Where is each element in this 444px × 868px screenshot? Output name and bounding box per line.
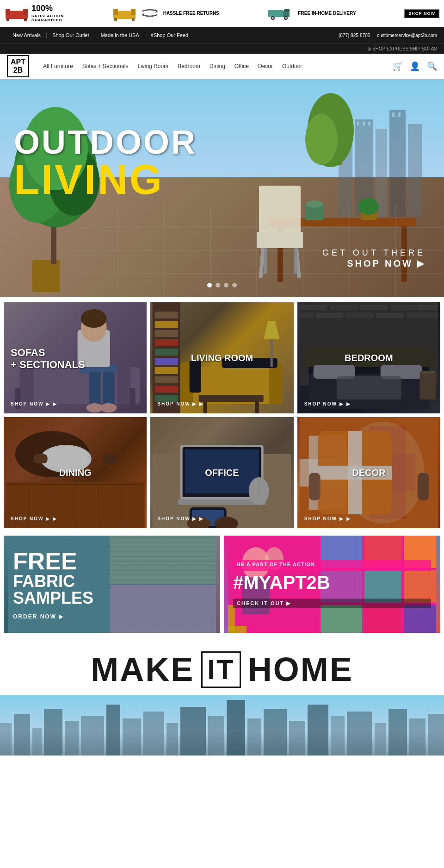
returns-text: HASSLE FREE RETURNS: [163, 11, 219, 16]
logo[interactable]: APT 2B: [7, 55, 29, 77]
sofa-icon: [5, 5, 29, 22]
satisfaction-text: 100% SATISFACTIONGUARANTEED: [31, 4, 64, 23]
hero-banner[interactable]: OUTDOOR LIVING GET OUT THERE SHOP NOW ▶: [0, 79, 444, 297]
svg-rect-26: [368, 122, 370, 125]
cart-icon[interactable]: 🛒: [393, 61, 403, 71]
living-title: LIVING ROOM: [191, 352, 253, 363]
city-footer: [0, 695, 444, 756]
svg-rect-186: [123, 718, 141, 756]
logo-2b: 2B: [11, 66, 25, 75]
nav-made-usa[interactable]: Made in the USA: [95, 32, 145, 38]
nav-dining[interactable]: Dining: [205, 63, 230, 69]
svg-rect-10: [268, 10, 283, 17]
svg-rect-196: [331, 716, 345, 756]
sofas-shop-now[interactable]: SHOP NOW ▶: [11, 401, 57, 406]
hero-dots: [207, 283, 237, 287]
express-ship-label[interactable]: ⊕ SHOP EXPRESS|SHIP SOFAS: [367, 46, 437, 51]
svg-rect-9: [132, 18, 135, 21]
svg-rect-197: [347, 712, 372, 756]
satisfaction-label: SATISFACTIONGUARANTEED: [31, 14, 64, 23]
social-be-part: BE A PART OF THE ACTION: [237, 562, 427, 567]
delivery-label: FREE IN-HOME DELIVERY: [298, 11, 356, 16]
top-nav-links: New Arrivals Shop Our Outlet Made in the…: [7, 32, 194, 38]
shop-now-button[interactable]: SHOP NOW: [404, 9, 439, 18]
svg-rect-192: [247, 718, 261, 756]
category-office[interactable]: OFFICE SHOP NOW ▶: [150, 417, 293, 528]
hero-dot-2[interactable]: [216, 283, 220, 287]
fabric-order-btn[interactable]: ORDER NOW: [13, 613, 211, 620]
bedroom-shop-now[interactable]: SHOP NOW ▶: [304, 401, 351, 406]
nav-new-arrivals[interactable]: New Arrivals: [7, 32, 47, 38]
decor-shop-now[interactable]: SHOP NOW ▶: [304, 516, 351, 521]
svg-point-37: [305, 114, 338, 165]
bedroom-overlay: BEDROOM SHOP NOW ▶: [297, 302, 440, 413]
nav-decor[interactable]: Decor: [253, 63, 278, 69]
svg-rect-180: [14, 714, 30, 756]
dining-shop-now[interactable]: SHOP NOW ▶: [11, 516, 57, 521]
svg-point-16: [285, 17, 287, 19]
main-nav-links: All Furniture Sofas + Sectionals Living …: [38, 63, 393, 69]
promo-bar: 100% SATISFACTIONGUARANTEED HASSLE FREE …: [0, 0, 444, 27]
svg-rect-1: [6, 9, 10, 15]
svg-rect-181: [32, 728, 42, 756]
nav-sofas-sectionals[interactable]: Sofas + Sectionals: [78, 63, 133, 69]
hero-dot-3[interactable]: [224, 283, 228, 287]
main-nav-icons: 🛒 👤 🔍: [393, 61, 437, 71]
hero-content: OUTDOOR LIVING: [14, 125, 197, 200]
nav-bedroom[interactable]: Bedroom: [173, 63, 205, 69]
account-icon[interactable]: 👤: [410, 61, 420, 71]
social-banner[interactable]: BE A PART OF THE ACTION #MYAPT2B CHECK I…: [224, 536, 440, 633]
svg-rect-187: [143, 712, 164, 756]
svg-rect-4: [24, 18, 27, 21]
svg-point-14: [272, 17, 274, 19]
dining-overlay: DINING SHOP NOW ▶: [4, 417, 147, 528]
nav-outdoor[interactable]: Outdoor: [278, 63, 307, 69]
social-content: BE A PART OF THE ACTION #MYAPT2B CHECK I…: [224, 536, 440, 633]
home-word: HOME: [248, 650, 353, 688]
svg-rect-188: [166, 723, 178, 756]
hero-shop-now[interactable]: SHOP NOW ▶: [322, 258, 426, 269]
satisfaction-percent: 100%: [31, 4, 64, 14]
dining-title: DINING: [59, 467, 92, 478]
fabric-content: FREE FABRIC SAMPLES ORDER NOW: [4, 536, 220, 633]
category-sofas[interactable]: SOFAS+ SECTIONALS SHOP NOW ▶: [4, 302, 147, 413]
svg-rect-2: [23, 9, 28, 15]
truck-icon: [267, 5, 295, 22]
express-nav: ⊕ SHOP EXPRESS|SHIP SOFAS: [0, 44, 444, 54]
sofas-title: SOFAS+ SECTIONALS: [11, 347, 85, 371]
make-it-home-section: MAKE IT HOME: [0, 637, 444, 695]
living-overlay: LIVING ROOM SHOP NOW ▶: [150, 302, 293, 413]
email-address[interactable]: customerservice@apt2b.com: [377, 33, 437, 38]
svg-rect-29: [32, 260, 60, 292]
hero-cta[interactable]: GET OUT THERE SHOP NOW ▶: [322, 248, 426, 269]
fabric-free: FREE: [13, 549, 211, 573]
svg-rect-25: [363, 122, 365, 125]
fabric-label: FABRIC: [13, 573, 211, 590]
search-icon[interactable]: 🔍: [427, 61, 437, 71]
category-bedroom[interactable]: BEDROOM SHOP NOW ▶: [297, 302, 440, 413]
phone-number[interactable]: (877) 825-8705: [339, 33, 370, 38]
top-nav-contact: (877) 825-8705 customerservice@apt2b.com: [339, 33, 437, 38]
svg-rect-8: [114, 18, 117, 21]
fabric-samples-banner[interactable]: FREE FABRIC SAMPLES ORDER NOW: [4, 536, 220, 633]
hero-dot-4[interactable]: [232, 283, 237, 287]
svg-marker-12: [283, 9, 290, 12]
fabric-samples: SAMPLES: [13, 590, 211, 606]
svg-rect-191: [227, 700, 245, 756]
category-living[interactable]: LIVING ROOM SHOP NOW ▶: [150, 302, 293, 413]
category-dining[interactable]: DINING SHOP NOW ▶: [4, 417, 147, 528]
category-decor[interactable]: DECOR SHOP NOW ▶: [297, 417, 440, 528]
svg-rect-182: [44, 709, 62, 756]
svg-rect-27: [392, 112, 395, 117]
nav-shop-feed[interactable]: #Shop Our Feed: [145, 32, 194, 38]
nav-living-room[interactable]: Living Room: [133, 63, 173, 69]
delivery-text: FREE IN-HOME DELIVERY: [298, 11, 356, 16]
office-shop-now[interactable]: SHOP NOW ▶: [157, 516, 204, 521]
nav-all-furniture[interactable]: All Furniture: [38, 63, 78, 69]
social-check-btn[interactable]: CHECK IT OUT: [233, 599, 431, 608]
nav-office[interactable]: Office: [230, 63, 253, 69]
bottom-banners: FREE FABRIC SAMPLES ORDER NOW: [0, 534, 444, 637]
nav-shop-outlet[interactable]: Shop Our Outlet: [47, 32, 95, 38]
living-shop-now[interactable]: SHOP NOW ▶: [157, 401, 204, 406]
hero-dot-1[interactable]: [207, 283, 212, 287]
